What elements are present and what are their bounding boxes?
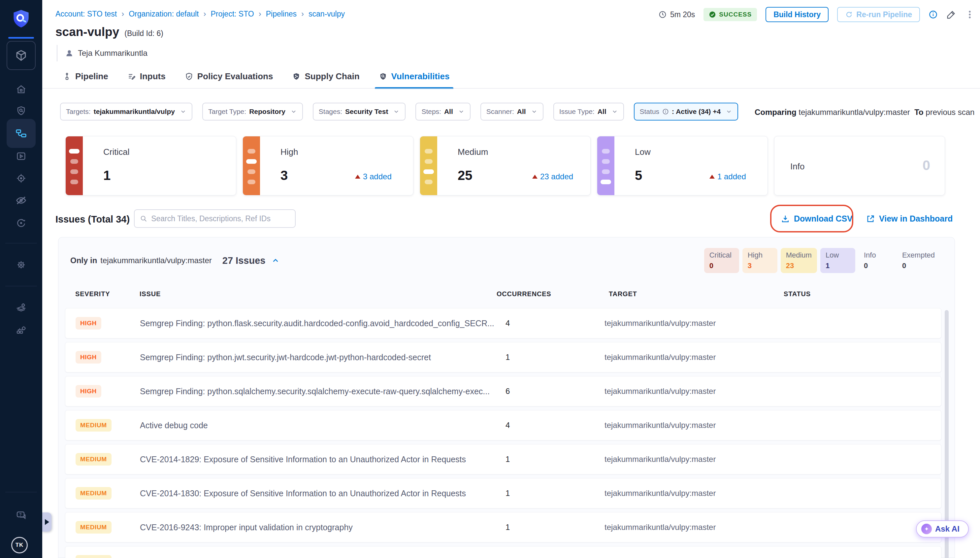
rerun-pipeline-button[interactable]: Re-run Pipeline	[837, 7, 920, 22]
search-icon	[140, 215, 147, 223]
table-row[interactable]: MEDIUM CVE-2017-11424: PyJWT: should not…	[65, 546, 941, 558]
table-row[interactable]: MEDIUM CVE-2016-9243: Improper input val…	[65, 512, 941, 543]
sidebar-item-scans[interactable]	[0, 103, 42, 119]
sidebar-item-baseline[interactable]	[0, 214, 42, 231]
filter-targets[interactable]: Targets:tejakummarikuntla/vulpy	[60, 103, 192, 120]
sidebar-item-help[interactable]: ?	[0, 507, 42, 524]
critical-strip	[65, 136, 83, 195]
sidebar-expand-handle[interactable]	[42, 512, 51, 532]
table-row[interactable]: HIGH Semgrep Finding: python.flask.secur…	[65, 308, 941, 338]
card-count: 5	[635, 168, 642, 183]
sidebar-item-executions[interactable]	[0, 148, 42, 164]
tab-pipeline[interactable]: Pipeline	[59, 68, 112, 89]
issues-panel: Only in tejakummarikuntla/vulpy:master 2…	[58, 237, 955, 558]
chevron-down-icon	[531, 108, 538, 115]
filter-target-type[interactable]: Target Type:Repository	[202, 103, 303, 120]
chevron-up-icon[interactable]	[271, 256, 280, 265]
severity-card-low[interactable]: Low 5 1 added	[597, 136, 768, 195]
severity-card-critical[interactable]: Critical 1	[65, 136, 236, 195]
filter-scanner[interactable]: Scanner:All	[481, 103, 543, 120]
card-added: 23 added	[532, 172, 573, 181]
card-count: 25	[458, 168, 473, 183]
table-row[interactable]: MEDIUM CVE-2014-1830: Exposure of Sensit…	[65, 478, 941, 509]
severity-badge: HIGH	[75, 385, 101, 397]
card-label: Medium	[458, 147, 488, 157]
sidebar-item-home[interactable]	[0, 81, 42, 98]
sidebar-item-governance[interactable]	[0, 322, 42, 338]
chip-info: Info0	[859, 248, 893, 273]
expand-arrow-icon	[45, 519, 49, 525]
severity-card-high[interactable]: High 3 3 added	[242, 136, 414, 195]
module-selector[interactable]	[7, 41, 36, 70]
high-strip	[243, 136, 260, 195]
table-row[interactable]: MEDIUM Active debug code 4 tejakummariku…	[65, 410, 941, 440]
occurrences: 6	[506, 387, 510, 396]
occurrences: 4	[506, 421, 510, 430]
clock-icon	[658, 10, 667, 19]
edit-pencil-icon[interactable]	[946, 10, 956, 20]
filter-stages[interactable]: Stages:Security Test	[313, 103, 406, 120]
sidebar-item-exemptions[interactable]	[0, 192, 42, 208]
tabs-bottom-border	[42, 88, 980, 89]
breadcrumb-current[interactable]: scan-vulpy	[309, 10, 345, 18]
sto-logo[interactable]	[0, 8, 42, 30]
download-csv-button[interactable]: Download CSV	[781, 214, 852, 223]
comparing-text: Comparing tejakummarikuntla/vulpy:master…	[755, 108, 974, 117]
target: tejakummarikuntla/vulpy:master	[604, 353, 716, 362]
filter-steps[interactable]: Steps:All	[416, 103, 470, 120]
ai-sparkle-icon: ✦	[921, 524, 932, 534]
table-row[interactable]: HIGH Semgrep Finding: python.sqlalchemy.…	[65, 376, 941, 407]
filter-issue-type[interactable]: Issue Type:All	[553, 103, 624, 120]
severity-card-info[interactable]: Info 0	[774, 136, 945, 195]
sidebar-item-pipelines[interactable]	[0, 125, 42, 142]
target: tejakummarikuntla/vulpy:master	[604, 557, 716, 558]
chip-low: Low1	[820, 248, 855, 273]
sidebar-item-targets[interactable]	[0, 170, 42, 187]
issue-title: CVE-2014-1829: Exposure of Sensitive Inf…	[140, 455, 466, 464]
breadcrumb-project[interactable]: Project: STO	[211, 10, 254, 18]
view-in-dashboard-button[interactable]: View in Dashboard	[866, 214, 952, 223]
kebab-menu-icon[interactable]	[965, 10, 975, 20]
tab-policy-evaluations[interactable]: Policy Evaluations	[181, 68, 277, 89]
severity-badge: MEDIUM	[75, 487, 111, 500]
eye-slash-icon	[15, 194, 27, 206]
chevron-down-icon	[180, 108, 187, 115]
occurrences: 1	[506, 353, 510, 362]
table-row[interactable]: HIGH Semgrep Finding: python.jwt.securit…	[65, 342, 941, 373]
build-history-button[interactable]: Build History	[766, 7, 829, 22]
ask-ai-button[interactable]: ✦ Ask AI	[916, 520, 969, 538]
issues-search[interactable]	[134, 209, 296, 228]
search-input[interactable]	[151, 214, 290, 223]
filter-status[interactable]: Status : Active (34) +4	[634, 103, 738, 120]
help-chat-icon: ?	[15, 509, 27, 521]
chevron-down-icon	[458, 108, 465, 115]
sidebar-item-settings[interactable]	[0, 256, 42, 273]
issue-title: Semgrep Finding: python.flask.security.a…	[140, 318, 494, 328]
issue-title: Semgrep Finding: python.sqlalchemy.secur…	[140, 387, 490, 396]
severity-badge: HIGH	[75, 351, 101, 364]
sidebar-divider	[5, 492, 37, 492]
breadcrumb-account[interactable]: Account: STO test	[56, 10, 117, 18]
severity-card-medium[interactable]: Medium 25 23 added	[420, 136, 591, 195]
svg-text:?: ?	[19, 512, 21, 517]
sidebar-item-default-settings[interactable]	[0, 299, 42, 316]
sidebar-divider	[5, 243, 37, 243]
user-icon	[65, 49, 74, 58]
table-row[interactable]: MEDIUM CVE-2014-1829: Exposure of Sensit…	[65, 444, 941, 474]
tab-inputs[interactable]: Inputs	[123, 68, 170, 89]
user-avatar[interactable]: TK	[11, 537, 28, 553]
breadcrumb-org[interactable]: Organization: default	[129, 10, 199, 18]
tab-supply-chain[interactable]: Supply Chain	[288, 68, 363, 89]
nav-logo-underline	[8, 37, 34, 39]
build-id: (Build Id: 6)	[124, 29, 163, 38]
info-icon[interactable]	[929, 10, 938, 19]
tab-vulnerabilities[interactable]: Vulnerabilities	[375, 68, 454, 89]
target: tejakummarikuntla/vulpy:master	[604, 489, 716, 498]
scan-shield-icon	[15, 105, 27, 117]
breadcrumb-pipelines[interactable]: Pipelines	[266, 10, 297, 18]
card-added: 3 added	[355, 172, 392, 181]
card-added: 1 added	[709, 172, 746, 181]
card-count: 3	[280, 168, 288, 183]
module-cube-icon	[14, 48, 28, 63]
card-count: 1	[103, 168, 111, 183]
